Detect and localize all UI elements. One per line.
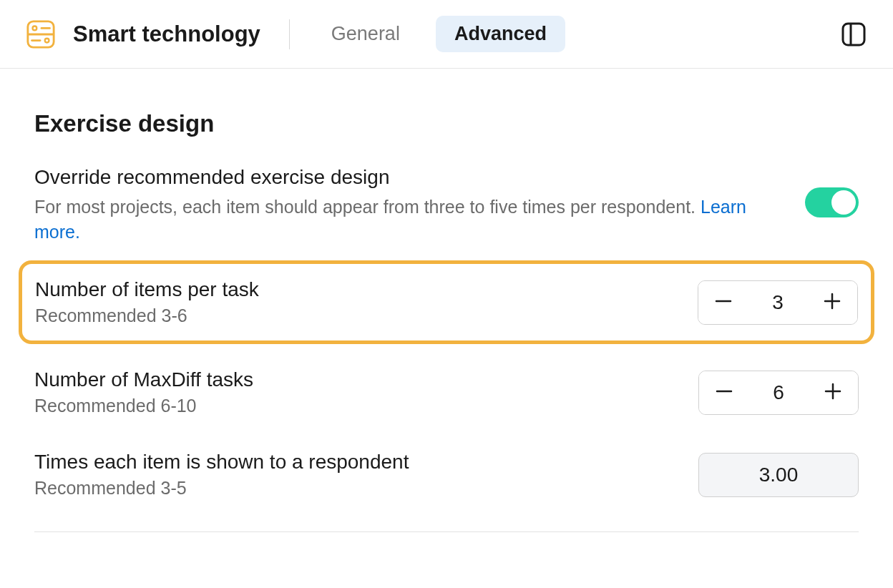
section-divider — [34, 531, 859, 532]
plus-icon — [823, 292, 841, 313]
section-title: Exercise design — [34, 110, 859, 137]
override-row: Override recommended exercise design For… — [34, 166, 859, 245]
tab-advanced[interactable]: Advanced — [436, 16, 565, 52]
decrement-button[interactable] — [698, 281, 748, 324]
setting-title: Times each item is shown to a respondent — [34, 451, 698, 474]
increment-button[interactable] — [808, 371, 858, 414]
setting-help: Recommended 6-10 — [34, 396, 698, 416]
svg-point-4 — [45, 38, 49, 42]
header: Smart technology General Advanced — [0, 0, 893, 69]
setting-help: Recommended 3-6 — [35, 305, 698, 326]
minus-icon — [714, 292, 733, 313]
setting-help: Recommended 3-5 — [34, 478, 698, 499]
setting-title: Number of MaxDiff tasks — [34, 368, 698, 391]
tab-general[interactable]: General — [313, 16, 419, 52]
override-description: For most projects, each item should appe… — [34, 195, 750, 245]
setting-title: Number of items per task — [35, 278, 698, 301]
tabs: General Advanced — [313, 16, 565, 52]
setting-labels: Number of MaxDiff tasks Recommended 6-10 — [34, 368, 698, 416]
stepper-value: 3 — [748, 291, 807, 314]
content: Exercise design Override recommended exe… — [0, 69, 893, 532]
highlighted-setting: Number of items per task Recommended 3-6… — [19, 260, 874, 344]
increment-button[interactable] — [807, 281, 857, 324]
stepper-value: 6 — [749, 381, 808, 404]
page-title: Smart technology — [73, 21, 260, 47]
setting-labels: Number of items per task Recommended 3-6 — [35, 278, 698, 326]
override-description-text: For most projects, each item should appe… — [34, 197, 701, 217]
times-shown-value: 3.00 — [698, 453, 859, 497]
divider-vertical — [289, 19, 290, 49]
svg-point-2 — [33, 26, 37, 30]
override-text: Override recommended exercise design For… — [34, 166, 805, 245]
setting-labels: Times each item is shown to a respondent… — [34, 451, 698, 499]
toggle-knob — [831, 190, 856, 215]
plus-icon — [824, 382, 842, 403]
svg-rect-6 — [843, 24, 864, 45]
panel-toggle-icon[interactable] — [840, 21, 867, 48]
override-toggle[interactable] — [805, 187, 859, 217]
decrement-button[interactable] — [699, 371, 749, 414]
smart-technology-icon — [26, 19, 56, 49]
settings-panel: Smart technology General Advanced Exerci… — [0, 0, 893, 588]
setting-maxdiff-tasks: Number of MaxDiff tasks Recommended 6-10… — [34, 364, 859, 421]
setting-items-per-task: Number of items per task Recommended 3-6… — [35, 274, 858, 330]
setting-times-shown: Times each item is shown to a respondent… — [34, 446, 859, 503]
minus-icon — [715, 382, 733, 403]
override-title: Override recommended exercise design — [34, 166, 776, 189]
maxdiff-tasks-stepper: 6 — [698, 371, 859, 415]
items-per-task-stepper: 3 — [698, 280, 858, 325]
